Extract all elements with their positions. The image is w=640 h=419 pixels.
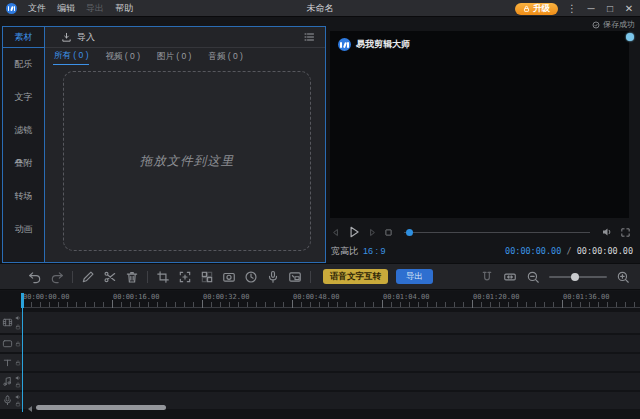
- text-track-lane[interactable]: [23, 354, 640, 371]
- stop-button[interactable]: [384, 228, 393, 237]
- zoom-in-icon[interactable]: [616, 270, 630, 284]
- snapshot-camera-icon[interactable]: [222, 270, 236, 284]
- media-tab[interactable]: 音频 ( 0 ): [207, 49, 243, 65]
- zoom-out-icon[interactable]: [526, 270, 540, 284]
- import-icon: [61, 32, 72, 43]
- import-button[interactable]: 导入: [77, 31, 95, 44]
- video-track: [0, 312, 640, 333]
- magnet-icon[interactable]: [480, 270, 494, 284]
- menu-item[interactable]: 文件: [28, 2, 46, 15]
- sidebar-item-7[interactable]: 动画: [3, 213, 44, 246]
- volume-icon[interactable]: [15, 375, 21, 381]
- media-tab[interactable]: 所有 ( 0 ): [53, 48, 89, 65]
- mic-icon: [2, 395, 13, 406]
- pip-icon: [2, 338, 13, 349]
- pip-track: [0, 335, 640, 352]
- menu-bar: 文件编辑导出帮助: [28, 2, 133, 15]
- voiceover-mic-icon[interactable]: [266, 270, 280, 284]
- sidebar: 素材配乐文字滤镜叠附转场动画: [3, 27, 45, 262]
- duration-clock-icon[interactable]: [244, 270, 258, 284]
- media-tab[interactable]: 视频 ( 0 ): [104, 49, 140, 65]
- lock-icon[interactable]: [15, 324, 21, 330]
- pip-track-lane[interactable]: [23, 335, 640, 352]
- delete-trash-icon[interactable]: [125, 270, 139, 284]
- edit-pencil-icon[interactable]: [81, 270, 95, 284]
- volume-icon[interactable]: [15, 394, 21, 400]
- play-button[interactable]: [347, 225, 361, 239]
- previous-frame-icon[interactable]: [331, 228, 340, 237]
- playhead-handle[interactable]: [21, 293, 24, 308]
- ruler-major-tick: [562, 300, 563, 308]
- timeline-zoom-controls: [480, 270, 630, 284]
- ruler-major-tick: [382, 300, 383, 308]
- timeline-ruler[interactable]: 00:00:00.0000:00:16.0000:00:32.0000:00:4…: [0, 291, 640, 309]
- volume-icon[interactable]: [601, 226, 613, 238]
- more-menu-icon[interactable]: ⋮: [567, 0, 577, 17]
- lock-icon[interactable]: [15, 382, 21, 388]
- ruler-major-tick: [472, 300, 473, 308]
- split-scissors-icon[interactable]: [103, 270, 117, 284]
- sidebar-item-5[interactable]: 叠附: [3, 147, 44, 180]
- media-library-panel: 素材配乐文字滤镜叠附转场动画 导入 所有 ( 0 )视频 ( 0 )图片 ( 0…: [2, 26, 326, 263]
- toolbar: 语音文字互转 导出: [0, 263, 640, 290]
- video-track-lane[interactable]: [23, 312, 640, 333]
- crop-icon[interactable]: [156, 270, 170, 284]
- aspect-ratio-value[interactable]: 16 : 9: [363, 246, 386, 256]
- video-track-header: [0, 312, 22, 333]
- next-frame-icon[interactable]: [368, 228, 377, 237]
- ruler-label: 00:01:04.00: [383, 293, 429, 301]
- view-list-icon[interactable]: [303, 31, 315, 43]
- menu-item[interactable]: 导出: [86, 2, 104, 15]
- speech-text-convert-button[interactable]: 语音文字互转: [323, 269, 388, 284]
- lock-icon[interactable]: [15, 341, 21, 347]
- fit-timeline-icon[interactable]: [503, 270, 517, 284]
- menu-item[interactable]: 编辑: [57, 2, 75, 15]
- titlebar: 文件编辑导出帮助 未命名 升级 ⋮ ─ □ ✕: [0, 0, 640, 17]
- voiceover-track-header: [0, 392, 22, 409]
- app-logo-icon: [6, 3, 17, 14]
- redo-icon[interactable]: [50, 270, 64, 284]
- file-dropzone[interactable]: 拖放文件到这里: [63, 71, 311, 251]
- media-tab[interactable]: 图片 ( 0 ): [156, 49, 192, 65]
- aspect-ratio-label: 宽高比: [331, 245, 358, 258]
- scroll-left-icon[interactable]: [28, 406, 32, 412]
- seek-handle[interactable]: [406, 229, 413, 236]
- ruler-label: 00:01:36.00: [563, 293, 609, 301]
- timeline-zoom-slider[interactable]: [549, 276, 607, 278]
- sidebar-item-2[interactable]: 配乐: [3, 48, 44, 81]
- upgrade-button[interactable]: 升级: [515, 3, 558, 15]
- seek-slider[interactable]: [404, 232, 590, 233]
- text-track-header: [0, 354, 22, 371]
- mosaic-icon[interactable]: [200, 270, 214, 284]
- fullscreen-icon[interactable]: [620, 227, 631, 238]
- close-button[interactable]: ✕: [624, 0, 634, 17]
- maximize-button[interactable]: □: [605, 0, 615, 17]
- media-tabs: 所有 ( 0 )视频 ( 0 )图片 ( 0 )音频 ( 0 ): [45, 48, 325, 65]
- lock-icon[interactable]: [15, 360, 21, 366]
- sidebar-item-3[interactable]: 文字: [3, 81, 44, 114]
- horizontal-scrollbar[interactable]: [36, 405, 166, 410]
- music-track-lane[interactable]: [23, 373, 640, 390]
- pip-track-header: [0, 335, 22, 352]
- document-title: 未命名: [307, 2, 334, 15]
- volume-icon[interactable]: [15, 315, 21, 321]
- music-track-controls: [15, 373, 21, 390]
- sidebar-item-6[interactable]: 转场: [3, 180, 44, 213]
- music-track-header: [0, 373, 22, 390]
- video-track-controls: [15, 312, 21, 333]
- panel-resize-handle[interactable]: [626, 33, 634, 41]
- timeline: 00:00:00.0000:00:16.0000:00:32.0000:00:4…: [0, 291, 640, 419]
- minimize-button[interactable]: ─: [586, 0, 596, 17]
- menu-item[interactable]: 帮助: [115, 2, 133, 15]
- timeline-zoom-handle[interactable]: [571, 273, 579, 281]
- export-button[interactable]: 导出: [396, 269, 433, 284]
- zoom-selection-icon[interactable]: [178, 270, 192, 284]
- sidebar-item-1[interactable]: 素材: [3, 27, 44, 48]
- toolbar-divider: [310, 271, 311, 283]
- watermark-logo-icon: [338, 38, 351, 51]
- ruler-major-tick: [292, 300, 293, 308]
- undo-icon[interactable]: [28, 270, 42, 284]
- sidebar-item-4[interactable]: 滤镜: [3, 114, 44, 147]
- pip-icon[interactable]: [288, 270, 302, 284]
- lock-icon[interactable]: [15, 401, 21, 407]
